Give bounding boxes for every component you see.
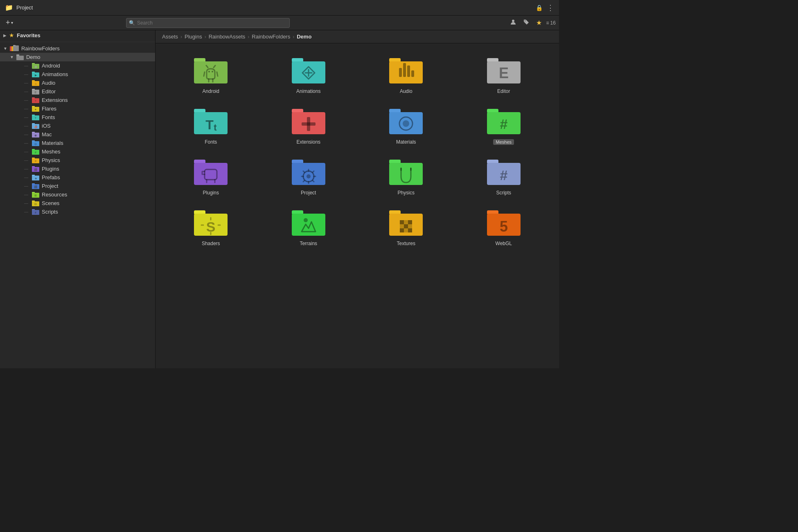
sidebar-item-audio[interactable]: —♫Audio xyxy=(0,79,155,87)
tag-icon-button[interactable] xyxy=(521,18,532,28)
folder-item-extensions[interactable]: Extensions xyxy=(260,101,358,151)
tree-prefix: — xyxy=(16,175,28,180)
folder-label-materials: Materials xyxy=(396,139,416,145)
folder-item-physics[interactable]: Physics xyxy=(357,151,455,202)
demo-label: Demo xyxy=(26,54,41,60)
sidebar-item-demo[interactable]: ▼ Demo xyxy=(0,53,155,61)
folder-icon-meshes: # xyxy=(485,107,522,136)
toolbar-count: ≡ 16 xyxy=(546,20,556,26)
rainbow-folder-icon xyxy=(10,45,19,52)
add-button[interactable]: + ▾ xyxy=(3,18,16,28)
sidebar-item-extensions[interactable]: —+Extensions xyxy=(0,96,155,104)
folder-item-terrains[interactable]: Terrains xyxy=(260,202,358,253)
folder-item-animations[interactable]: Animations xyxy=(260,50,358,101)
sidebar-item-resources[interactable]: —⊞Resources xyxy=(0,190,155,199)
sidebar-item-meshes[interactable]: —#Meshes xyxy=(0,147,155,156)
sidebar-item-label: Scripts xyxy=(42,209,58,215)
folder-item-android[interactable]: Android xyxy=(162,50,260,101)
rainbowfolders-label: RainbowFolders xyxy=(21,45,60,52)
plus-icon: + xyxy=(6,18,10,27)
svg-text:⊞: ⊞ xyxy=(34,194,37,197)
sidebar-item-scenes[interactable]: —⊟Scenes xyxy=(0,199,155,207)
sidebar-favorites[interactable]: ▶ ★ Favorites xyxy=(0,30,155,40)
folder-item-meshes[interactable]: #Meshes xyxy=(455,101,553,151)
svg-point-98 xyxy=(307,174,311,178)
small-folder-icon: T xyxy=(32,115,39,120)
sidebar-item-ios[interactable]: —🍎iOS xyxy=(0,122,155,130)
svg-point-109 xyxy=(304,218,308,222)
svg-rect-113 xyxy=(404,220,408,224)
tree-prefix: — xyxy=(16,132,28,137)
folder-icon-android xyxy=(192,56,229,85)
sidebar-item-physics[interactable]: —⚛Physics xyxy=(0,156,155,165)
small-folder-icon: ⊟ xyxy=(32,201,39,206)
svg-rect-108 xyxy=(292,214,325,236)
folder-item-audio[interactable]: Audio xyxy=(357,50,455,101)
search-input[interactable] xyxy=(126,18,290,28)
lock-icon[interactable]: 🔒 xyxy=(536,5,543,11)
svg-rect-72 xyxy=(407,65,410,77)
sidebar-item-scripts[interactable]: —#Scripts xyxy=(0,207,155,216)
favorites-star: ★ xyxy=(9,32,14,38)
breadcrumb-item-rainbowassets[interactable]: RainbowAssets xyxy=(209,34,246,40)
svg-text:#: # xyxy=(35,151,36,154)
menu-icon[interactable]: ⋮ xyxy=(547,3,554,12)
sidebar-item-prefabs[interactable]: —◈Prefabs xyxy=(0,173,155,182)
sidebar-item-materials[interactable]: —◎Materials xyxy=(0,139,155,147)
search-bar: 🔍 xyxy=(126,18,290,28)
small-folder-icon: ⊞ xyxy=(32,192,39,198)
svg-text:5: 5 xyxy=(500,218,508,235)
folder-icon-webgl: 5 xyxy=(485,209,522,237)
svg-text:✦: ✦ xyxy=(34,108,37,111)
sidebar-item-animations[interactable]: —▶Animations xyxy=(0,70,155,79)
sidebar-item-label: Android xyxy=(42,63,60,69)
sidebar-item-label: iOS xyxy=(42,123,51,129)
svg-text:#: # xyxy=(35,211,36,214)
sidebar-item-project[interactable]: —⬛Project xyxy=(0,182,155,190)
folder-item-shaders[interactable]: SShaders xyxy=(162,202,260,253)
svg-text:⚛: ⚛ xyxy=(34,160,37,162)
toolbar: + ▾ 🔍 ★ ≡ 16 xyxy=(0,16,559,30)
svg-text:◎: ◎ xyxy=(34,142,37,145)
sidebar-item-label: Meshes xyxy=(42,149,61,155)
toolbar-icons: ★ ≡ 16 xyxy=(508,18,556,28)
svg-text:🤖: 🤖 xyxy=(34,65,38,68)
folder-item-editor[interactable]: EEditor xyxy=(455,50,553,101)
svg-text:◉: ◉ xyxy=(34,134,37,137)
sidebar-item-plugins[interactable]: —⬛Plugins xyxy=(0,165,155,173)
folder-item-materials[interactable]: Materials xyxy=(357,101,455,151)
svg-rect-6 xyxy=(16,56,24,60)
folder-item-webgl[interactable]: 5WebGL xyxy=(455,202,553,253)
tree-prefix: — xyxy=(16,149,28,154)
sidebar-item-label: Plugins xyxy=(42,166,59,172)
sidebar-item-fonts[interactable]: —TFonts xyxy=(0,113,155,122)
svg-rect-112 xyxy=(400,220,404,224)
small-folder-icon: ✦ xyxy=(32,106,39,112)
tree-prefix: — xyxy=(16,201,28,205)
breadcrumb-item-plugins[interactable]: Plugins xyxy=(185,34,202,40)
svg-rect-117 xyxy=(408,224,412,228)
star-icon-button[interactable]: ★ xyxy=(534,18,544,28)
sidebar-item-rainbowfolders[interactable]: ▼ RainbowFolders xyxy=(0,44,155,53)
folder-label-plugins: Plugins xyxy=(203,190,219,196)
folder-label-animations: Animations xyxy=(296,88,320,94)
folder-item-project[interactable]: Project xyxy=(260,151,358,202)
breadcrumb-item-rainbowfolders[interactable]: RainbowFolders xyxy=(252,34,290,40)
folder-item-scripts[interactable]: #Scripts xyxy=(455,151,553,202)
svg-point-65 xyxy=(212,71,213,72)
sidebar-item-flares[interactable]: —✦Flares xyxy=(0,104,155,113)
sidebar-item-mac[interactable]: —◉Mac xyxy=(0,130,155,139)
avatar-icon-button[interactable] xyxy=(508,18,518,28)
folder-item-plugins[interactable]: Plugins xyxy=(162,151,260,202)
sidebar-item-editor[interactable]: —EEditor xyxy=(0,87,155,96)
folder-label-fonts: Fonts xyxy=(205,139,217,145)
folder-item-fonts[interactable]: TtFonts xyxy=(162,101,260,151)
breadcrumb-item-assets[interactable]: Assets xyxy=(162,34,178,40)
folder-icon-shaders: S xyxy=(192,209,229,237)
sidebar-item-label: Physics xyxy=(42,157,60,163)
svg-text:#: # xyxy=(500,116,507,132)
folder-item-textures[interactable]: Textures xyxy=(357,202,455,253)
breadcrumb: Assets›Plugins›RainbowAssets›RainbowFold… xyxy=(156,30,559,43)
count-label: 16 xyxy=(550,20,556,26)
sidebar-item-android[interactable]: —🤖Android xyxy=(0,61,155,70)
